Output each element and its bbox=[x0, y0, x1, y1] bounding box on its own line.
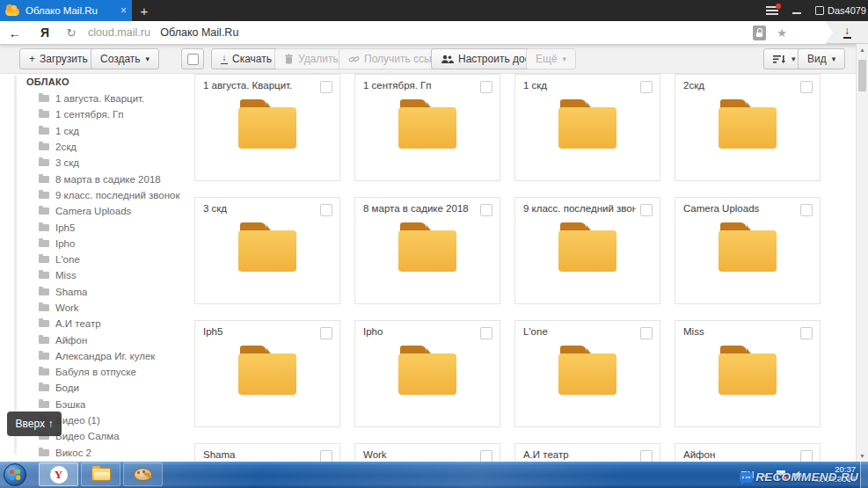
sidebar-folder-item[interactable]: 9 класс. последний звонок bbox=[0, 187, 180, 203]
tab-close-icon[interactable]: × bbox=[120, 5, 127, 16]
sidebar-folder-item[interactable]: 1 сентября. Гп bbox=[0, 106, 180, 122]
volume-icon[interactable] bbox=[794, 470, 806, 480]
sidebar-folder-item[interactable]: Боди bbox=[0, 380, 180, 396]
folder-checkbox[interactable] bbox=[480, 204, 492, 216]
sidebar-folder-item[interactable]: 1 скд bbox=[0, 123, 180, 139]
folder-checkbox[interactable] bbox=[640, 450, 653, 462]
folder-icon bbox=[39, 304, 49, 311]
scrollbar-up-arrow-icon[interactable]: ▲ bbox=[857, 47, 868, 53]
start-button[interactable] bbox=[4, 463, 26, 486]
profile-button[interactable]: Das4079 bbox=[815, 5, 866, 16]
folder-tile[interactable]: L'one bbox=[514, 320, 660, 427]
sidebar-folder-label: 1 скд bbox=[55, 126, 79, 136]
folder-checkbox[interactable] bbox=[640, 327, 653, 339]
folder-checkbox[interactable] bbox=[800, 81, 813, 93]
folder-checkbox[interactable] bbox=[480, 450, 492, 462]
sidebar-folder-item[interactable]: Camera Uploads bbox=[0, 203, 180, 219]
taskbar-clock[interactable]: 20:37 22.03.2018 bbox=[813, 465, 856, 484]
sidebar-folder-item[interactable]: Бэшка bbox=[0, 397, 180, 412]
sidebar-folder-item[interactable]: Shama bbox=[0, 284, 180, 300]
clock-date: 22.03.2018 bbox=[813, 475, 856, 484]
sidebar-folder-item[interactable]: 1 августа. Кварцит. bbox=[0, 91, 180, 106]
language-indicator[interactable]: EN bbox=[740, 470, 754, 480]
folder-tile[interactable]: 8 марта в садике 2018 bbox=[354, 197, 500, 304]
folder-icon bbox=[238, 346, 296, 395]
create-button[interactable]: Создать ▾ bbox=[91, 48, 159, 69]
sidebar-folder-label: А.И театр bbox=[55, 318, 101, 329]
sidebar-folder-item[interactable]: 8 марта в садике 2018 bbox=[0, 171, 180, 186]
minimize-button[interactable] bbox=[792, 12, 801, 14]
scrollbar-down-arrow-icon[interactable]: ▼ bbox=[857, 453, 868, 459]
sidebar-folder-item[interactable]: Александра Иг. кулек bbox=[0, 348, 180, 364]
download-icon[interactable]: ↓ bbox=[843, 25, 851, 39]
delete-button[interactable]: Удалить bbox=[274, 48, 348, 69]
sidebar-folder-item[interactable]: Айфон bbox=[0, 331, 180, 347]
scroll-up-button[interactable]: Вверх ↑ bbox=[7, 412, 62, 436]
select-all-checkbox-button[interactable] bbox=[181, 48, 204, 69]
folder-tile[interactable]: 2скд bbox=[675, 74, 821, 181]
taskbar-yandex-browser-button[interactable]: Y bbox=[39, 463, 78, 486]
show-desktop-button[interactable] bbox=[860, 462, 868, 488]
folder-tile[interactable]: Shama bbox=[194, 443, 340, 462]
folder-tile[interactable]: 1 августа. Кварцит. bbox=[194, 74, 340, 181]
sidebar-folder-item[interactable]: А.И театр bbox=[0, 316, 180, 331]
folder-checkbox[interactable] bbox=[480, 327, 492, 339]
url-field[interactable]: cloud.mail.ru Облако Mail.Ru bbox=[88, 26, 238, 39]
sidebar-folder-item[interactable]: 3 скд bbox=[0, 155, 180, 171]
folder-checkbox[interactable] bbox=[800, 204, 813, 216]
folder-icon bbox=[39, 320, 49, 327]
tab-cloud-mailru[interactable]: Облако Mail.Ru × bbox=[0, 0, 132, 21]
refresh-icon[interactable]: ↻ bbox=[60, 26, 83, 40]
folder-icon bbox=[39, 192, 49, 199]
folder-checkbox[interactable] bbox=[320, 81, 332, 93]
yandex-browser-icon: Y bbox=[50, 466, 68, 484]
folder-tile[interactable]: А.И театр bbox=[514, 443, 660, 462]
page-scrollbar[interactable]: ▲ ▼ bbox=[856, 44, 868, 462]
more-button[interactable]: Ещё ▾ bbox=[526, 48, 576, 69]
folder-checkbox[interactable] bbox=[640, 204, 653, 216]
scrollbar-thumb[interactable] bbox=[858, 60, 866, 91]
taskbar-paint-button[interactable] bbox=[123, 463, 163, 486]
folder-checkbox[interactable] bbox=[800, 327, 813, 339]
new-tab-button[interactable]: + bbox=[134, 0, 155, 21]
folder-tile[interactable]: Iph5 bbox=[194, 320, 340, 427]
sidebar-folder-item[interactable]: Iph5 bbox=[0, 219, 180, 235]
sidebar-folder-item[interactable]: 2скд bbox=[0, 139, 180, 155]
folder-checkbox[interactable] bbox=[640, 81, 653, 93]
sidebar-folder-item[interactable]: Miss bbox=[0, 267, 180, 283]
sidebar-root-label[interactable]: ОБЛАКО bbox=[26, 76, 69, 87]
folder-tile[interactable]: Work bbox=[354, 443, 500, 462]
sidebar-folder-item[interactable]: Бабуля в отпуске bbox=[0, 364, 180, 380]
restore-window-icon[interactable] bbox=[815, 6, 824, 15]
bookmark-star-icon[interactable]: ★ bbox=[777, 26, 787, 40]
view-button[interactable]: Вид ▾ bbox=[798, 48, 845, 69]
taskbar-explorer-button[interactable] bbox=[81, 463, 120, 486]
folder-tile[interactable]: 1 скд bbox=[514, 74, 660, 181]
action-center-flag-icon[interactable]: x bbox=[776, 470, 786, 480]
sidebar-folder-item[interactable]: L'one bbox=[0, 251, 180, 267]
folder-icon bbox=[398, 222, 456, 272]
folder-tile[interactable]: 9 класс. последний звонок bbox=[514, 197, 660, 304]
folder-checkbox[interactable] bbox=[800, 450, 813, 462]
folder-checkbox[interactable] bbox=[480, 81, 492, 93]
folder-tile[interactable]: Ipho bbox=[354, 320, 500, 427]
folder-checkbox[interactable] bbox=[320, 204, 332, 216]
sidebar-folder-item[interactable]: Ipho bbox=[0, 236, 180, 251]
folder-tile[interactable]: Айфон bbox=[675, 443, 821, 462]
browser-menu-icon[interactable] bbox=[766, 6, 778, 15]
folder-tile[interactable]: Camera Uploads bbox=[675, 197, 821, 304]
folder-checkbox[interactable] bbox=[320, 450, 332, 462]
tray-expand-icon[interactable]: ▲ bbox=[762, 472, 769, 478]
upload-button[interactable]: + Загрузить bbox=[19, 48, 98, 69]
folder-tile[interactable]: 1 сентября. Гп bbox=[354, 74, 500, 181]
folder-tile[interactable]: Miss bbox=[675, 320, 821, 427]
back-button[interactable]: ← bbox=[0, 25, 30, 40]
sidebar-folder-item[interactable]: Викос 2 bbox=[0, 445, 180, 461]
sidebar-folder-label: 8 марта в садике 2018 bbox=[55, 174, 161, 185]
secure-lock-icon[interactable] bbox=[753, 25, 766, 40]
sidebar-folder-item[interactable]: Work bbox=[0, 300, 180, 316]
yandex-logo-icon[interactable]: Я bbox=[30, 25, 60, 40]
folder-tile[interactable]: 3 скд bbox=[194, 197, 340, 304]
folder-checkbox[interactable] bbox=[320, 327, 332, 339]
download-files-button[interactable]: ↓ Скачать bbox=[211, 48, 281, 69]
